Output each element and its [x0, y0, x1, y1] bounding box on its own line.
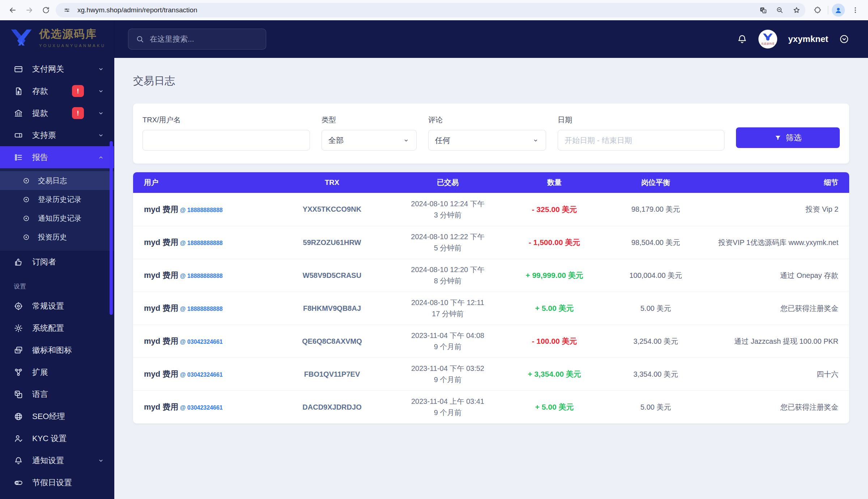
sidebar-item-settings-0[interactable]: 常规设置 [0, 295, 114, 317]
sidebar-item-settings-7[interactable]: 通知设置 [0, 449, 114, 471]
post-balance: 5.00 美元 [607, 304, 705, 313]
address-bar[interactable]: xg.hwym.shop/admin/report/transaction G文 [56, 3, 805, 17]
user-link[interactable]: @ 03042324661 [178, 339, 222, 345]
user-name: myd 费用 [144, 205, 178, 214]
brand-mark-icon [9, 28, 33, 46]
column-header-2: 已交易 [393, 178, 502, 187]
trx-code: 59RZOZU61HRW [271, 238, 393, 247]
user-link[interactable]: @ 18888888888 [178, 273, 222, 279]
user-name: myd 费用 [144, 369, 178, 379]
user-name: myd 费用 [144, 271, 178, 280]
toolbar-divider [828, 6, 828, 14]
chevron-down-icon [97, 110, 105, 117]
sidebar-item-label: 订阅者 [32, 257, 105, 267]
svg-text:文: 文 [763, 10, 766, 13]
trx-code: QE6Q8C8AXVMQ [271, 337, 393, 346]
submenu-item-2[interactable]: 通知历史记录 [0, 209, 114, 228]
browser-menu-icon[interactable] [848, 3, 862, 17]
column-header-3: 数量 [502, 178, 607, 187]
avatar-mini-text: 优选源码库 [761, 42, 775, 46]
zoom-out-icon[interactable] [774, 4, 786, 16]
images-icon [14, 346, 23, 355]
sidebar-item-main2-subscribers[interactable]: 订阅者 [0, 251, 114, 273]
sidebar-item-main-4[interactable]: 报告 [0, 146, 114, 168]
sidebar-item-label: 提款 [32, 108, 63, 119]
filter-button[interactable]: 筛选 [736, 127, 840, 148]
extensions-icon[interactable] [810, 3, 824, 17]
amount: + 3,354.00 美元 [502, 369, 607, 379]
back-icon[interactable] [6, 3, 20, 17]
sidebar-scrollbar[interactable] [110, 141, 113, 315]
sidebar-menu: 支付网关存款!提款!支持票报告交易日志登录历史记录通知历史记录投资历史订阅者设置… [0, 58, 114, 499]
submenu-item-1[interactable]: 登录历史记录 [0, 190, 114, 209]
notifications-bell-icon[interactable] [737, 34, 748, 45]
sidebar-item-label: 支持票 [32, 130, 88, 141]
nodes-icon [14, 368, 23, 377]
post-balance: 98,504.00 美元 [607, 238, 705, 248]
global-search-input[interactable]: 在这里搜索... [128, 29, 266, 50]
transaction-date: 2023-11-04 上午 03:419 个月前 [393, 396, 502, 418]
brand-logo[interactable]: 优选源码库 YOUXUANYUANMAKU [0, 20, 114, 53]
post-balance: 5.00 美元 [607, 402, 705, 412]
amount: + 5.00 美元 [502, 402, 607, 412]
toggle-icon [14, 478, 23, 487]
alert-badge: ! [72, 107, 84, 119]
chevron-down-icon [97, 65, 105, 73]
user-link[interactable]: @ 03042324661 [178, 372, 222, 378]
sidebar-item-main-0[interactable]: 支付网关 [0, 58, 114, 80]
date-label: 日期 [558, 115, 724, 125]
translate-icon[interactable]: G文 [757, 4, 769, 16]
sidebar-item-label: 常规设置 [32, 301, 105, 312]
remark-select[interactable]: 任何 [428, 130, 546, 151]
transaction-date: 2023-11-04 下午 04:089 个月前 [393, 330, 502, 352]
submenu-item-0[interactable]: 交易日志 [0, 171, 114, 190]
sidebar-item-label: SEO经理 [32, 411, 105, 422]
user-link[interactable]: @ 18888888888 [178, 240, 222, 246]
filter-trx-group: TRX/用户名 [142, 115, 310, 151]
language-icon [14, 390, 23, 399]
trx-username-input[interactable] [142, 130, 310, 151]
sidebar-item-label: 语言 [32, 389, 105, 400]
ticket-icon [14, 131, 23, 140]
bookmark-star-icon[interactable] [790, 4, 803, 16]
user-menu-chevron-icon[interactable] [839, 34, 849, 44]
user-link[interactable]: @ 18888888888 [178, 306, 222, 312]
sidebar-item-settings-2[interactable]: 徽标和图标 [0, 339, 114, 361]
user-name: myd 费用 [144, 337, 178, 346]
type-select[interactable]: 全部 [322, 130, 417, 151]
date-range-input[interactable]: 开始日期 - 结束日期 [558, 130, 724, 151]
page-title: 交易日志 [133, 74, 849, 88]
submenu-item-label: 登录历史记录 [38, 195, 81, 204]
select-chevron-icon [403, 137, 410, 144]
reload-icon[interactable] [39, 3, 53, 17]
sidebar-item-settings-1[interactable]: 系统配置 [0, 317, 114, 339]
sidebar-item-settings-5[interactable]: SEO经理 [0, 405, 114, 427]
sidebar-item-main-3[interactable]: 支持票 [0, 124, 114, 146]
column-header-0: 用户 [144, 178, 271, 187]
user-avatar[interactable]: 优选源码库 [758, 30, 777, 48]
sidebar-item-settings-4[interactable]: 语言 [0, 383, 114, 405]
transaction-date: 2024-08-10 12:24 下午3 分钟前 [393, 198, 502, 221]
remark-label: 评论 [428, 115, 546, 125]
amount: + 5.00 美元 [502, 303, 607, 313]
trx-code: YXX5TKCCO9NK [271, 205, 393, 213]
submenu-item-label: 交易日志 [38, 176, 67, 186]
sidebar-item-settings-3[interactable]: 扩展 [0, 361, 114, 383]
transaction-date: 2023-11-04 下午 03:529 个月前 [393, 363, 502, 385]
sidebar-item-label: 系统配置 [32, 323, 105, 334]
sidebar-item-main-1[interactable]: 存款! [0, 80, 114, 102]
amount: - 1,500.00 美元 [502, 237, 607, 248]
sidebar-item-label: 扩展 [32, 367, 105, 378]
user-link[interactable]: @ 03042324661 [178, 405, 222, 411]
transaction-date: 2024-08-10 12:22 下午5 分钟前 [393, 231, 502, 254]
user-link[interactable]: @ 18888888888 [178, 207, 222, 213]
report-submenu: 交易日志登录历史记录通知历史记录投资历史 [0, 168, 114, 251]
sidebar-item-settings-6[interactable]: KYC 设置 [0, 427, 114, 449]
site-settings-icon[interactable] [61, 4, 73, 16]
post-balance: 3,354.00 美元 [607, 369, 705, 379]
submenu-item-3[interactable]: 投资历史 [0, 228, 114, 246]
browser-profile-avatar[interactable] [832, 4, 845, 17]
sidebar-item-settings-8[interactable]: 节假日设置 [0, 471, 114, 494]
forward-icon[interactable] [22, 3, 36, 17]
sidebar-item-main-2[interactable]: 提款! [0, 102, 114, 124]
